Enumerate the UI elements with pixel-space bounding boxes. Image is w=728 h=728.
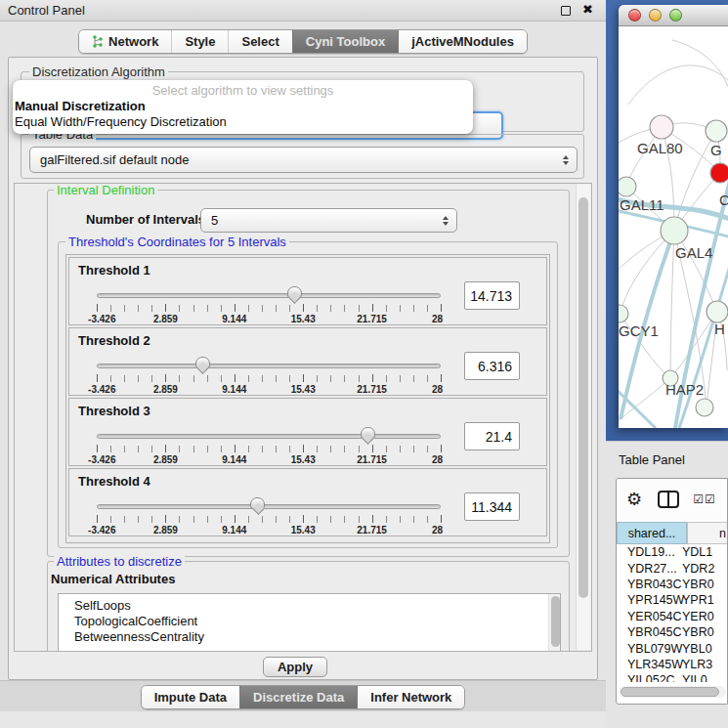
table-toolbar: ⚙ ☑☑	[617, 479, 728, 520]
table-row[interactable]: YDL19...YDL1	[617, 544, 728, 560]
node-gcy1	[619, 305, 628, 322]
minimize-window-icon[interactable]	[649, 9, 662, 21]
algorithm-dropdown-popup: Select algorithm to view settings Manual…	[13, 80, 473, 134]
control-panel-titlebar: Control Panel ✖	[0, 0, 606, 21]
threshold-1-panel: Threshold 1 -3.4262.8599.14415.4321.7152…	[68, 257, 547, 325]
network-icon	[92, 35, 104, 48]
interval-definition-group: Interval Definition Number of Intervals …	[47, 190, 570, 557]
threshold-1-value-field[interactable]: 14.713	[464, 281, 520, 310]
node-label: G	[710, 142, 722, 158]
table-data-combobox[interactable]: galFiltered.sif default node	[29, 147, 578, 173]
node-gal80	[650, 115, 673, 139]
table-row[interactable]: YDR27...YDR2	[617, 560, 728, 576]
tab-discretize-data[interactable]: Discretize Data	[239, 686, 357, 708]
table-row[interactable]: YBR043CYBR0	[617, 577, 728, 592]
combo-spinner-icon	[563, 155, 569, 165]
node-label: GAL4	[675, 244, 712, 261]
network-canvas[interactable]: GAL80 G C GAL11 GAL4 GCY1 H HAP2	[619, 26, 728, 428]
slider-thumb[interactable]	[250, 497, 265, 509]
dropdown-option-manual[interactable]: Manual Discretization	[13, 99, 473, 114]
tab-impute-data[interactable]: Impute Data	[142, 686, 239, 708]
slider-track[interactable]	[97, 364, 441, 368]
numerical-attributes-label: Numerical Attributes	[51, 572, 175, 586]
table-row[interactable]: YIL052CYIL0	[617, 672, 728, 682]
table-row[interactable]: YBL079WYBL0	[617, 640, 728, 656]
gear-icon[interactable]: ⚙	[626, 491, 642, 508]
node-label: H	[714, 321, 725, 337]
float-panel-icon[interactable]	[561, 6, 571, 16]
table-row[interactable]: YER054CYER0	[617, 609, 728, 624]
attributes-legend: Attributes to discretize	[54, 554, 185, 569]
list-item[interactable]: BetweennessCentrality	[59, 629, 560, 645]
cyni-toolbox-panel: Discretization Algorithm Table Data galF…	[8, 57, 598, 680]
tab-jactivemodules[interactable]: jActiveMNodules	[398, 30, 527, 53]
settings-vertical-scrollbar[interactable]	[576, 185, 590, 650]
table-panel-title: Table Panel	[619, 452, 685, 467]
threshold-4-slider[interactable]: -3.4262.8599.14415.4321.71528	[97, 496, 441, 534]
threshold-2-panel: Threshold 2 -3.4262.8599.14415.4321.7152…	[68, 327, 547, 396]
column-header-shared-name[interactable]: shared...	[617, 522, 687, 544]
slider-track[interactable]	[97, 434, 441, 439]
number-of-intervals-combobox[interactable]: 5	[200, 208, 457, 233]
combo-spinner-icon	[443, 216, 449, 226]
table-header: shared... n	[617, 522, 728, 544]
node-label: GAL80	[637, 140, 683, 156]
screen: Control Panel ✖ Network Style Select Cyn…	[0, 0, 728, 728]
columns-icon[interactable]	[658, 491, 679, 508]
node-table: ⚙ ☑☑ shared... n YDL19...YDL1 YDR27...YD…	[616, 478, 728, 705]
threshold-4-panel: Threshold 4 -3.4262.8599.14415.4321.7152…	[68, 468, 547, 536]
network-window-titlebar	[619, 5, 728, 26]
tab-select[interactable]: Select	[228, 30, 291, 53]
list-item[interactable]: TopologicalCoefficient	[59, 614, 560, 629]
table-horizontal-scrollbar[interactable]	[619, 686, 726, 698]
threshold-3-slider[interactable]: -3.4262.8599.14415.4321.71528	[97, 426, 441, 463]
threshold-2-value-field[interactable]: 6.316	[464, 352, 520, 380]
select-columns-icon[interactable]: ☑☑	[693, 492, 716, 506]
threshold-4-value-field[interactable]: 11.344	[464, 492, 520, 521]
threshold-3-panel: Threshold 3 -3.4262.8599.14415.4321.7152…	[68, 398, 547, 466]
threshold-2-slider[interactable]: -3.4262.8599.14415.4321.71528	[97, 356, 441, 393]
tab-network[interactable]: Network	[79, 30, 171, 53]
node-red	[710, 163, 728, 183]
control-panel: Control Panel ✖ Network Style Select Cyn…	[0, 0, 606, 728]
network-view-window: GAL80 G C GAL11 GAL4 GCY1 H HAP2	[619, 5, 728, 428]
node-label: HAP2	[665, 381, 704, 398]
list-item[interactable]: SelfLoops	[59, 598, 560, 614]
node-label: GAL11	[620, 196, 664, 213]
node-gal11	[619, 177, 636, 196]
table-row[interactable]: YLR345WYLR3	[617, 657, 728, 672]
panel-title: Control Panel	[8, 3, 85, 18]
right-side: GAL80 G C GAL11 GAL4 GCY1 H HAP2 Table P…	[606, 0, 728, 728]
table-row[interactable]: YPR145WYPR1	[617, 592, 728, 608]
dropdown-prompt: Select algorithm to view settings	[13, 83, 473, 99]
close-window-icon[interactable]	[628, 9, 641, 21]
number-of-intervals-label: Number of Intervals	[86, 212, 205, 227]
slider-track[interactable]	[97, 504, 441, 509]
dropdown-option-equal-width[interactable]: Equal Width/Frequency Discretization	[13, 114, 473, 130]
tab-network-label: Network	[108, 34, 158, 49]
tab-style[interactable]: Style	[171, 30, 228, 53]
node-partial-g	[706, 120, 727, 142]
slider-thumb[interactable]	[361, 427, 375, 439]
interval-definition-legend: Interval Definition	[54, 183, 157, 197]
table-data-group: Table Data galFiltered.sif default node	[21, 134, 584, 179]
threshold-3-value-field[interactable]: 21.4	[464, 422, 520, 450]
zoom-window-icon[interactable]	[669, 9, 682, 21]
tab-cyni-toolbox[interactable]: Cyni Toolbox	[292, 30, 398, 53]
bottom-tab-bar: Impute Data Discretize Data Infer Networ…	[0, 685, 606, 709]
tab-infer-network[interactable]: Infer Network	[357, 686, 464, 708]
table-row[interactable]: YBR045CYBR0	[617, 624, 728, 640]
slider-thumb[interactable]	[195, 357, 210, 368]
column-header-name[interactable]: n	[687, 522, 728, 544]
list-scrollbar[interactable]	[548, 594, 560, 652]
apply-button[interactable]: Apply	[263, 657, 327, 677]
slider-thumb[interactable]	[287, 286, 302, 298]
slider-track[interactable]	[97, 293, 441, 298]
thresholds-group: Threshold's Coordinates for 5 Intervals …	[58, 241, 558, 548]
top-tab-bar: Network Style Select Cyni Toolbox jActiv…	[0, 29, 606, 54]
table-rows: YDL19...YDL1 YDR27...YDR2 YBR043CYBR0 YP…	[617, 544, 728, 682]
close-panel-icon[interactable]: ✖	[582, 2, 593, 17]
attributes-group: Attributes to discretize Numerical Attri…	[47, 561, 570, 652]
node-label: C	[719, 192, 728, 208]
threshold-1-slider[interactable]: -3.4262.8599.14415.4321.71528	[97, 285, 441, 322]
